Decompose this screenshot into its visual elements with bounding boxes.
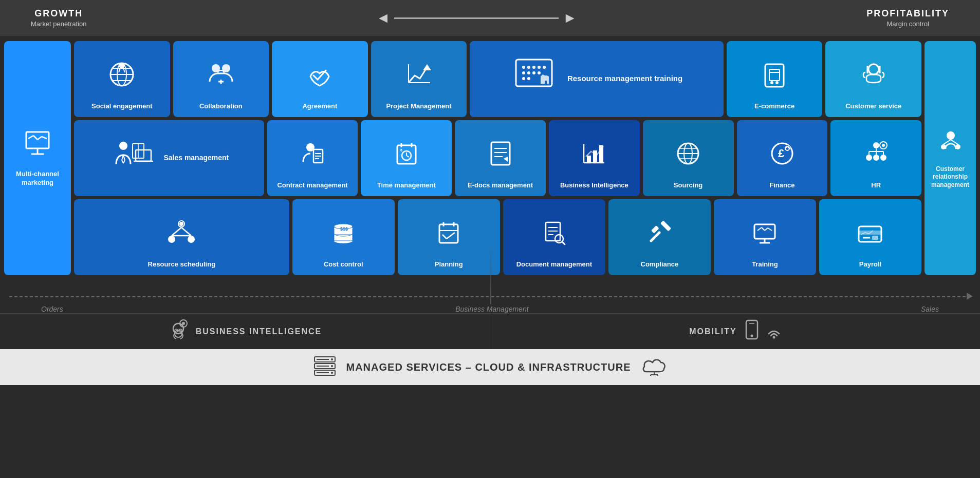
svg-line-4: [33, 136, 38, 140]
svg-rect-0: [26, 132, 49, 148]
wifi-icon: [767, 324, 781, 339]
svg-line-130: [765, 228, 768, 231]
svg-line-131: [768, 228, 772, 231]
project-management-label: Project Management: [386, 102, 451, 111]
svg-point-27: [532, 66, 535, 69]
svg-rect-125: [754, 224, 775, 239]
tile-sourcing[interactable]: Sourcing: [643, 120, 734, 196]
business-intelligence-label: Business Intelligence: [560, 181, 628, 190]
svg-point-84: [873, 142, 879, 148]
svg-line-5: [38, 137, 42, 140]
svg-line-114: [442, 235, 447, 239]
tile-agreement[interactable]: Agreement: [272, 41, 368, 117]
svg-line-124: [651, 233, 659, 241]
tile-payroll[interactable]: Payroll: [819, 199, 921, 275]
managed-services-label: MANAGED SERVICES – CLOUD & INFRASTRUCTUR…: [346, 361, 631, 373]
svg-point-25: [522, 66, 525, 69]
grid-row-3: Resource scheduling $$$ Cos: [74, 199, 921, 275]
payroll-icon: [857, 204, 883, 260]
mobility-section: MOBILITY: [490, 314, 980, 349]
tile-edocs-management[interactable]: E-docs management: [455, 120, 546, 196]
tile-customer-service[interactable]: Customer service: [825, 41, 921, 117]
svg-point-26: [527, 66, 530, 69]
time-management-label: Time management: [377, 181, 436, 190]
tile-social-engagement[interactable]: Social engagement: [74, 41, 170, 117]
bi-mobility-bar: BUSINESS INTELLIGENCE MOBILITY: [0, 313, 980, 349]
svg-point-85: [866, 155, 872, 161]
svg-line-19: [313, 75, 318, 80]
tile-cost-control[interactable]: $$$ Cost control: [292, 199, 395, 275]
tile-ecommerce[interactable]: E-commerce: [727, 41, 823, 117]
resource-scheduling-label: Resource scheduling: [148, 260, 215, 269]
server-icon: [313, 355, 336, 379]
tile-compliance[interactable]: Compliance: [608, 199, 711, 275]
tile-business-intelligence[interactable]: Business Intelligence: [549, 120, 640, 196]
tile-contract-management[interactable]: Contract management: [267, 120, 358, 196]
sourcing-icon: [675, 125, 701, 181]
compliance-icon: [646, 204, 673, 260]
tile-planning[interactable]: Planning: [398, 199, 500, 275]
tile-resource-management-training[interactable]: Resource management training: [470, 41, 724, 117]
time-management-icon: 6: [393, 125, 420, 181]
svg-point-41: [868, 64, 879, 74]
svg-point-155: [331, 365, 333, 367]
svg-rect-72: [587, 156, 591, 163]
agreement-icon: [306, 46, 333, 102]
hr-icon: [863, 125, 890, 181]
top-header: GROWTH Market penetration ◄ ► PROFITABIL…: [0, 0, 980, 36]
svg-point-156: [331, 372, 333, 374]
resource-scheduling-icon: [165, 204, 197, 260]
tile-project-management[interactable]: Project Management: [371, 41, 467, 117]
ecommerce-label: E-commerce: [754, 102, 794, 111]
training-icon: [751, 204, 778, 260]
tile-time-management[interactable]: 6 Time management: [361, 120, 452, 196]
mobile-icon: [744, 319, 760, 344]
svg-line-6: [42, 137, 47, 139]
customer-service-label: Customer service: [845, 102, 901, 111]
arrow-line: [394, 17, 559, 19]
tile-finance[interactable]: £ Finance: [737, 120, 828, 196]
svg-point-148: [750, 334, 753, 337]
tile-resource-scheduling[interactable]: Resource scheduling: [74, 199, 289, 275]
bi-section: BUSINESS INTELLIGENCE: [0, 314, 490, 349]
svg-marker-69: [504, 157, 508, 162]
svg-line-3: [28, 136, 33, 139]
tile-collaboration[interactable]: Collaboration: [173, 41, 269, 117]
svg-rect-135: [872, 236, 878, 240]
svg-line-128: [757, 227, 762, 231]
finance-label: Finance: [769, 181, 794, 190]
crm-label: Customer relationship management: [929, 165, 972, 189]
document-management-icon: [541, 204, 567, 260]
managed-services-bar: MANAGED SERVICES – CLOUD & INFRASTRUCTUR…: [0, 349, 980, 385]
contract-management-label: Contract management: [277, 181, 347, 190]
multichannel-icon: [22, 129, 53, 164]
svg-line-63: [406, 156, 409, 157]
brain-icon: [168, 319, 189, 344]
arrow-left-icon: ◄: [376, 10, 391, 26]
svg-rect-110: [439, 224, 458, 243]
mobility-label: MOBILITY: [689, 327, 736, 336]
agreement-label: Agreement: [302, 102, 337, 111]
edocs-management-icon: [487, 125, 514, 181]
multichannel-label: Multi-channel marketing: [9, 170, 66, 187]
planning-icon: [435, 204, 462, 260]
svg-point-40: [775, 81, 779, 84]
tile-training[interactable]: Training: [714, 199, 816, 275]
tile-document-management[interactable]: Document management: [503, 199, 605, 275]
bottom-arrow-section: Orders Business Management Sales: [0, 280, 980, 311]
project-management-icon: [405, 46, 432, 102]
grid-row-1: Social engagement Collaboration: [74, 41, 921, 117]
main-content: Multi-channel marketing: [0, 36, 980, 280]
svg-point-146: [182, 322, 185, 325]
tile-hr[interactable]: HR: [830, 120, 921, 196]
tile-sales-management[interactable]: Sales management: [74, 120, 264, 196]
svg-marker-21: [423, 64, 431, 70]
customer-service-icon: [860, 46, 887, 102]
training-label: Training: [752, 260, 778, 269]
social-engagement-label: Social engagement: [91, 102, 152, 111]
svg-line-115: [447, 233, 455, 239]
profitability-section: PROFITABILITY Margin control: [866, 8, 949, 28]
payroll-label: Payroll: [859, 260, 881, 269]
arrow-right-icon: ►: [563, 10, 577, 26]
svg-rect-36: [765, 64, 784, 87]
